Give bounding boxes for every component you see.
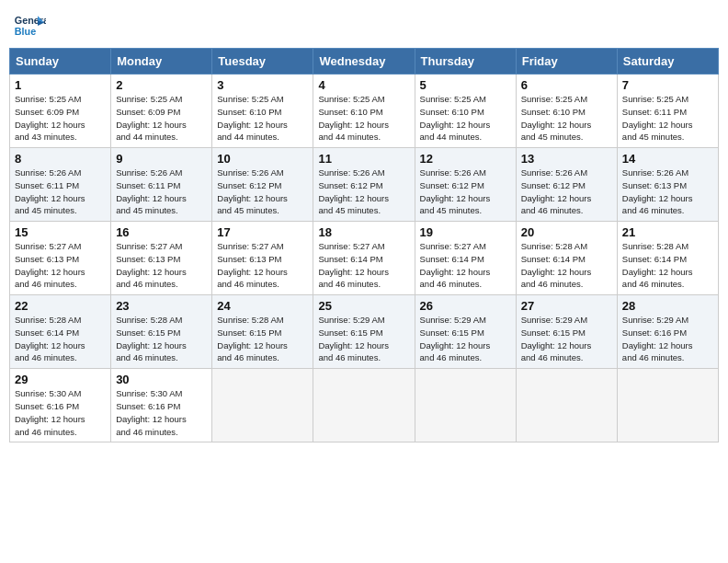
day-detail: Sunrise: 5:30 AMSunset: 6:16 PMDaylight:… [116,387,207,438]
day-detail: Sunrise: 5:26 AMSunset: 6:11 PMDaylight:… [15,167,106,217]
day-detail: Sunrise: 5:27 AMSunset: 6:13 PMDaylight:… [116,240,207,291]
calendar-cell: 10Sunrise: 5:26 AMSunset: 6:12 PMDayligh… [212,148,313,222]
calendar-cell: 5Sunrise: 5:25 AMSunset: 6:10 PMDaylight… [415,75,516,148]
header-sunday: Sunday [10,49,111,75]
calendar-cell: 23Sunrise: 5:28 AMSunset: 6:15 PMDayligh… [111,295,212,369]
calendar-cell: 13Sunrise: 5:26 AMSunset: 6:12 PMDayligh… [516,148,617,222]
calendar-cell: 24Sunrise: 5:28 AMSunset: 6:15 PMDayligh… [212,295,313,369]
calendar-cell: 9Sunrise: 5:26 AMSunset: 6:11 PMDaylight… [111,148,212,222]
week-row-2: 8Sunrise: 5:26 AMSunset: 6:11 PMDaylight… [10,148,719,222]
calendar-cell: 19Sunrise: 5:27 AMSunset: 6:14 PMDayligh… [415,222,516,295]
calendar-cell: 28Sunrise: 5:29 AMSunset: 6:16 PMDayligh… [617,295,718,369]
page-header: General Blue [9,9,719,42]
header-saturday: Saturday [617,49,718,75]
day-detail: Sunrise: 5:26 AMSunset: 6:12 PMDaylight:… [521,167,612,217]
day-detail: Sunrise: 5:27 AMSunset: 6:13 PMDaylight:… [217,240,308,291]
calendar-cell: 27Sunrise: 5:29 AMSunset: 6:15 PMDayligh… [516,295,617,369]
header-monday: Monday [111,49,212,75]
calendar-cell: 22Sunrise: 5:28 AMSunset: 6:14 PMDayligh… [10,295,111,369]
day-number: 6 [521,78,612,92]
day-number: 27 [521,299,612,313]
calendar-cell: 14Sunrise: 5:26 AMSunset: 6:13 PMDayligh… [617,148,718,222]
calendar-header-row: SundayMondayTuesdayWednesdayThursdayFrid… [10,49,719,75]
day-detail: Sunrise: 5:27 AMSunset: 6:13 PMDaylight:… [15,240,106,291]
day-detail: Sunrise: 5:26 AMSunset: 6:11 PMDaylight:… [116,167,207,217]
calendar-table: SundayMondayTuesdayWednesdayThursdayFrid… [9,48,719,442]
calendar-cell: 8Sunrise: 5:26 AMSunset: 6:11 PMDaylight… [10,148,111,222]
day-detail: Sunrise: 5:27 AMSunset: 6:14 PMDaylight:… [420,240,511,291]
day-number: 9 [116,152,207,166]
day-number: 20 [521,225,612,239]
day-detail: Sunrise: 5:25 AMSunset: 6:09 PMDaylight:… [116,93,207,144]
day-detail: Sunrise: 5:27 AMSunset: 6:14 PMDaylight:… [318,240,409,291]
day-detail: Sunrise: 5:26 AMSunset: 6:12 PMDaylight:… [217,167,308,217]
day-detail: Sunrise: 5:26 AMSunset: 6:12 PMDaylight:… [420,167,511,217]
calendar-cell [313,369,415,442]
header-thursday: Thursday [415,49,516,75]
day-detail: Sunrise: 5:25 AMSunset: 6:10 PMDaylight:… [217,93,308,144]
header-friday: Friday [516,49,617,75]
calendar-cell: 21Sunrise: 5:28 AMSunset: 6:14 PMDayligh… [617,222,718,295]
day-detail: Sunrise: 5:26 AMSunset: 6:12 PMDaylight:… [318,167,409,217]
day-number: 18 [318,225,409,239]
day-number: 25 [318,299,409,313]
day-number: 8 [15,152,106,166]
day-number: 12 [420,152,511,166]
day-detail: Sunrise: 5:25 AMSunset: 6:10 PMDaylight:… [420,93,511,144]
day-number: 7 [622,78,713,92]
svg-text:Blue: Blue [15,26,36,37]
calendar-cell: 25Sunrise: 5:29 AMSunset: 6:15 PMDayligh… [313,295,415,369]
day-detail: Sunrise: 5:25 AMSunset: 6:10 PMDaylight:… [318,93,409,144]
header-wednesday: Wednesday [313,49,415,75]
calendar-cell [212,369,313,442]
calendar-cell: 30Sunrise: 5:30 AMSunset: 6:16 PMDayligh… [111,369,212,442]
week-row-3: 15Sunrise: 5:27 AMSunset: 6:13 PMDayligh… [10,222,719,295]
day-detail: Sunrise: 5:29 AMSunset: 6:16 PMDaylight:… [622,314,713,364]
calendar-cell: 3Sunrise: 5:25 AMSunset: 6:10 PMDaylight… [212,75,313,148]
day-number: 10 [217,152,308,166]
day-detail: Sunrise: 5:25 AMSunset: 6:10 PMDaylight:… [521,93,612,144]
calendar-cell: 4Sunrise: 5:25 AMSunset: 6:10 PMDaylight… [313,75,415,148]
calendar-cell: 29Sunrise: 5:30 AMSunset: 6:16 PMDayligh… [10,369,111,442]
week-row-1: 1Sunrise: 5:25 AMSunset: 6:09 PMDaylight… [10,75,719,148]
header-tuesday: Tuesday [212,49,313,75]
day-detail: Sunrise: 5:30 AMSunset: 6:16 PMDaylight:… [15,387,106,438]
day-number: 2 [116,78,207,92]
calendar-cell: 1Sunrise: 5:25 AMSunset: 6:09 PMDaylight… [10,75,111,148]
calendar-cell: 17Sunrise: 5:27 AMSunset: 6:13 PMDayligh… [212,222,313,295]
day-number: 21 [622,225,713,239]
day-detail: Sunrise: 5:26 AMSunset: 6:13 PMDaylight:… [622,167,713,217]
calendar-cell: 11Sunrise: 5:26 AMSunset: 6:12 PMDayligh… [313,148,415,222]
day-detail: Sunrise: 5:25 AMSunset: 6:11 PMDaylight:… [622,93,713,144]
calendar-cell: 7Sunrise: 5:25 AMSunset: 6:11 PMDaylight… [617,75,718,148]
day-number: 17 [217,225,308,239]
calendar-cell: 6Sunrise: 5:25 AMSunset: 6:10 PMDaylight… [516,75,617,148]
calendar-cell: 16Sunrise: 5:27 AMSunset: 6:13 PMDayligh… [111,222,212,295]
day-detail: Sunrise: 5:28 AMSunset: 6:14 PMDaylight:… [15,314,106,364]
calendar-cell: 20Sunrise: 5:28 AMSunset: 6:14 PMDayligh… [516,222,617,295]
calendar-cell: 18Sunrise: 5:27 AMSunset: 6:14 PMDayligh… [313,222,415,295]
day-number: 24 [217,299,308,313]
calendar-cell [415,369,516,442]
day-number: 26 [420,299,511,313]
day-number: 19 [420,225,511,239]
day-number: 22 [15,299,106,313]
calendar-cell: 2Sunrise: 5:25 AMSunset: 6:09 PMDaylight… [111,75,212,148]
day-number: 15 [15,225,106,239]
day-number: 4 [318,78,409,92]
day-detail: Sunrise: 5:28 AMSunset: 6:15 PMDaylight:… [116,314,207,364]
day-number: 29 [15,373,106,386]
day-number: 3 [217,78,308,92]
day-number: 13 [521,152,612,166]
day-detail: Sunrise: 5:29 AMSunset: 6:15 PMDaylight:… [420,314,511,364]
week-row-4: 22Sunrise: 5:28 AMSunset: 6:14 PMDayligh… [10,295,719,369]
logo-icon: General Blue [13,9,46,42]
day-detail: Sunrise: 5:25 AMSunset: 6:09 PMDaylight:… [15,93,106,144]
day-number: 30 [116,373,207,386]
day-number: 14 [622,152,713,166]
day-detail: Sunrise: 5:29 AMSunset: 6:15 PMDaylight:… [318,314,409,364]
day-number: 23 [116,299,207,313]
calendar-cell: 26Sunrise: 5:29 AMSunset: 6:15 PMDayligh… [415,295,516,369]
day-number: 1 [15,78,106,92]
logo: General Blue [13,9,50,42]
